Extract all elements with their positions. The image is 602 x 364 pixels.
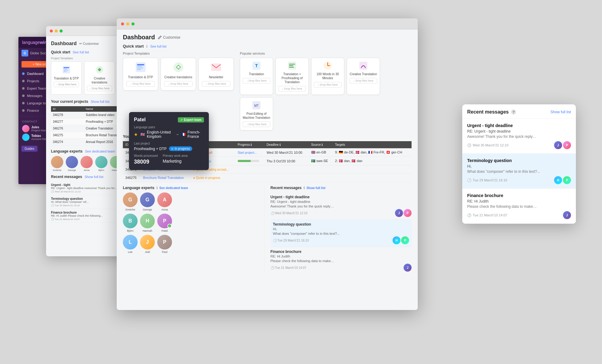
svc-proof-icon [287, 61, 297, 70]
qs-see-full-list[interactable]: See full list [150, 45, 166, 48]
messages-popup: Recent messages ? Show full list Urgent … [462, 104, 576, 224]
experts-row-2: B Björn H Hannah P ✓ Patel [123, 214, 264, 232]
msg-item-urgent[interactable]: Urgent - tight deadline RE: Urgent - tig… [271, 192, 412, 220]
tooltip-card: Patel ✓ Expert team Language pairs ★ 🇬🇧 … [129, 112, 209, 170]
browser-tl-red[interactable] [121, 22, 124, 25]
mp-finance-avatars: J [563, 211, 571, 219]
svg-rect-2 [64, 69, 67, 69]
msgs-info: ℹ [303, 186, 305, 190]
svc-100words[interactable]: 100 Words in 30 Minutes ↓ Drop files her… [311, 58, 344, 95]
exp-gretche[interactable]: G Gretche [123, 192, 138, 211]
guides-button[interactable]: Guides [22, 146, 37, 152]
msg-av-4: P [401, 236, 409, 244]
projects-link[interactable]: Show full list [91, 100, 109, 103]
svc-creative[interactable]: Creative Translation ↓ Drop files here [347, 58, 380, 95]
quick-start-title: Quick start [51, 50, 70, 54]
tmpl-creative[interactable]: Creative translations ↓ Drop files here [161, 58, 196, 91]
expert-bjorn[interactable]: Björn [95, 156, 108, 172]
dtp-drop[interactable]: ↓ Drop files here [54, 82, 79, 87]
tmpl-dtp[interactable]: Translation & DTP ↓ Drop files here [123, 58, 158, 91]
clock-icon-1: 🕐 [467, 143, 471, 147]
exp-anna[interactable]: A Anna [157, 192, 172, 211]
mp-msg-finance[interactable]: Finance brochure RE: Hi Judith Please ch… [462, 189, 576, 224]
tmpl-creative-name: Creative translations [164, 75, 193, 79]
tmpl-cards: Translation & DTP ↓ Drop files here Crea… [123, 58, 234, 91]
tooltip-work-area: Primary work area Marketing [163, 154, 188, 165]
mp-msg-urgent[interactable]: Urgent - tight deadline RE: Urgent - tig… [462, 119, 576, 154]
customize-link[interactable]: ✏ Customise [79, 42, 99, 46]
svg-rect-10 [137, 68, 143, 68]
svg-rect-7 [136, 62, 146, 72]
expert-gretche[interactable]: Gretche [51, 156, 63, 172]
messages-mini-link[interactable]: Show full list [84, 175, 103, 179]
svc-proof-trans[interactable]: Translation + Proofreading of Translatio… [276, 58, 309, 95]
table-row[interactable]: 346275 Brochure Retail Translation ● Quo… [123, 174, 412, 182]
exp-george[interactable]: G George [140, 192, 155, 211]
svg-text:T: T [255, 63, 258, 68]
tmpl-newsletter-drop[interactable]: ↓ Drop files here [202, 81, 230, 87]
mp-urgent-title: Urgent - tight deadline [467, 123, 571, 128]
clock-icon-3: 🕐 [467, 213, 471, 217]
svc-post-edit[interactable]: MT Post-Editing of Machine Translation ↓… [240, 97, 273, 130]
exp-patel[interactable]: P ✓ Patel [157, 214, 172, 232]
experts-see-team[interactable]: See dedicated team [159, 186, 188, 190]
svc-post-edit-name: Post-Editing of Machine Translation [243, 112, 270, 120]
avatar-jules [22, 125, 29, 132]
browser-tl-yellow[interactable] [126, 22, 129, 25]
msg-finance-time: 🕐 Tue 21 March'10 14:07 [271, 266, 307, 269]
tooltip-project-status: In progress [169, 146, 192, 151]
exp-hannah[interactable]: H Hannah [140, 214, 155, 232]
exp-paul[interactable]: P Paul [157, 235, 172, 254]
svc-translation-drop[interactable]: ↓ Drop files here [243, 78, 270, 83]
qs-title: Quick start [123, 44, 144, 48]
msg-item-finance[interactable]: Finance brochure RE: Hi Judith Please ch… [271, 247, 412, 274]
template-card-dtp[interactable]: Translation & DTP ↓ Drop files here [51, 61, 82, 95]
msgs-show-full[interactable]: Show full list [307, 186, 326, 190]
mp-terminology-avatars: H P [554, 176, 571, 184]
svc-creative-drop[interactable]: ↓ Drop files here [350, 78, 377, 83]
mp-show-full-list[interactable]: Show full list [550, 110, 571, 114]
msg-urgent-avatars: J P [395, 209, 412, 217]
tooltip-expert-badge: ✓ Expert team [178, 117, 204, 122]
experts-col: Language experts ℹ See dedicated team G … [123, 186, 264, 274]
msg-item-terminology[interactable]: Terminology question Hi, What does "comp… [271, 220, 412, 247]
dash-customize[interactable]: Customise [158, 35, 180, 40]
mp-msg-terminology[interactable]: Terminology question Hi, What does "comp… [462, 154, 576, 189]
exp-bjorn[interactable]: B Björn [123, 214, 138, 232]
quick-start-link[interactable]: See full list [73, 50, 89, 54]
creative-drop[interactable]: ↓ Drop files here [87, 86, 112, 91]
tmpl-dtp-drop[interactable]: ↓ Drop files here [126, 81, 155, 87]
dash-header: Dashboard Customise [117, 29, 418, 44]
mp-finance-preview: Please check the following data to make… [467, 204, 571, 209]
experts-link[interactable]: See dedicated team [85, 149, 115, 153]
avatar-tobias [22, 134, 29, 141]
svc-creative-name: Creative Translation [350, 72, 377, 76]
svc-translation[interactable]: T Translation ↓ Drop files here [240, 58, 273, 95]
svg-rect-3 [64, 70, 68, 71]
experts-row-3: L Lee J Joel P Paul [123, 235, 264, 254]
exp-joel[interactable]: J Joel [140, 235, 155, 254]
tmpl-dtp-name: Translation & DTP [126, 75, 155, 79]
browser-tl-green[interactable] [131, 22, 135, 25]
tmpl-creative-drop[interactable]: ↓ Drop files here [164, 81, 193, 87]
expert-george[interactable]: George [66, 156, 78, 172]
expert-team-icon [22, 87, 25, 90]
svg-rect-4 [64, 71, 67, 72]
mp-help-icon[interactable]: ? [511, 110, 516, 114]
exp-lee[interactable]: L Lee [123, 235, 138, 254]
svc-post-edit-drop[interactable]: ↓ Drop files here [243, 122, 270, 127]
projects-title: Your current projects [51, 99, 88, 104]
traffic-light-yellow[interactable] [55, 29, 58, 33]
traffic-light-green[interactable] [60, 29, 63, 33]
template-card-creative[interactable]: Creative translations ↓ Drop files here [84, 61, 115, 95]
msg-urgent-time: 🕐 Wed 30 March'21 12:10 [271, 211, 307, 215]
svc-proof-drop[interactable]: ↓ Drop files here [278, 86, 306, 91]
traffic-light-red[interactable] [50, 29, 53, 33]
mp-terminology-title: Terminology question [467, 158, 571, 163]
svc-100words-drop[interactable]: ↓ Drop files here [314, 82, 342, 87]
tmpl-newsletter[interactable]: Newsletter ↓ Drop files here [198, 58, 234, 91]
tmpl-newsletter-name: Newsletter [202, 75, 230, 79]
proj-name-link-4[interactable]: Brochure Retail Translation [143, 176, 184, 180]
sidebar-label-expert-team: Expert Team [27, 87, 46, 90]
expert-anna[interactable]: Anna [80, 156, 93, 172]
